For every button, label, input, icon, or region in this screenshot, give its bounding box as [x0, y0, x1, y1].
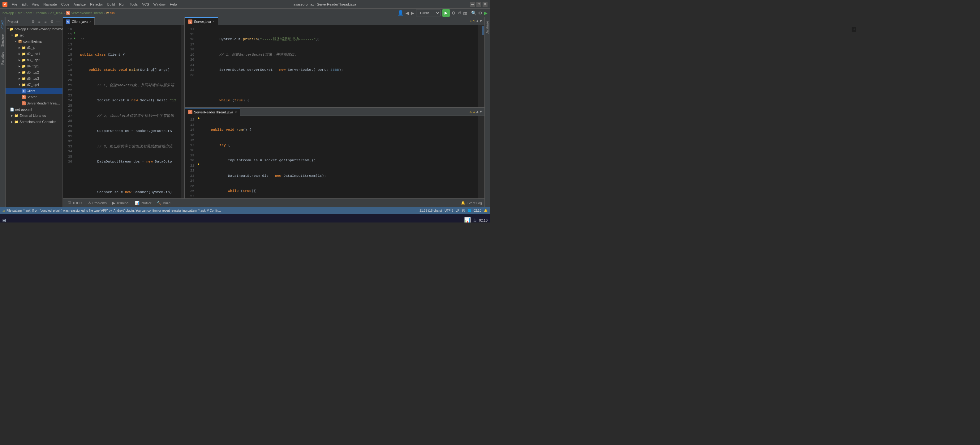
server-warning-count: 1: [473, 19, 475, 23]
left-side-tab-strip: Project Structure Favorites: [0, 17, 6, 207]
build-icon[interactable]: ⚙: [452, 11, 456, 16]
terminal-tab[interactable]: ▶ Terminal: [110, 199, 132, 207]
client-tab-close[interactable]: ×: [89, 19, 91, 24]
tree-d5tcp2[interactable]: ▶ 📁 d5_tcp2: [6, 69, 62, 75]
tree-d2upd1[interactable]: ▶ 📁 d2_upd1: [6, 51, 62, 57]
tree-external-libs[interactable]: ▶ 📁 External Libraries: [6, 112, 62, 119]
menu-vcs[interactable]: VCS: [140, 2, 151, 7]
terminal-icon: ▶: [112, 201, 115, 205]
tree-d3udp2[interactable]: ▶ 📁 d3_udp2: [6, 57, 62, 63]
start-icon[interactable]: ⊞: [3, 217, 6, 223]
pkg-arrow: ▼: [14, 39, 18, 44]
tree-scratches[interactable]: ▶ 📁 Scratches and Consoles: [6, 119, 62, 125]
menu-help[interactable]: Help: [168, 2, 179, 7]
d5-label: d5_tcp2: [27, 70, 39, 74]
run-button[interactable]: ▶: [442, 9, 450, 17]
update-icon[interactable]: ↺: [458, 11, 461, 16]
sr-scrollbar[interactable]: [478, 116, 481, 198]
favorites-side-label[interactable]: Favorites: [0, 49, 5, 67]
tree-d4tcp1[interactable]: ▶ 📁 d4_tcp1: [6, 63, 62, 69]
back-icon[interactable]: ◀: [406, 11, 409, 16]
menu-tools[interactable]: Tools: [128, 2, 140, 7]
sr-tab[interactable]: C ServerReaderThread.java ×: [185, 108, 240, 116]
panel-expand-icon[interactable]: ≡: [37, 19, 42, 24]
sr-warning-nav-dn[interactable]: ▼: [480, 110, 482, 114]
menu-window[interactable]: Window: [151, 2, 167, 7]
server-warning-nav-dn[interactable]: ▼: [480, 19, 482, 24]
more-actions-icon[interactable]: ▦: [463, 11, 467, 16]
close-button[interactable]: ×: [482, 2, 487, 7]
menu-analyze[interactable]: Analyze: [72, 2, 88, 7]
left-line-numbers: 10 11 12 13 14 15 16 17 18 19 20 21 22 2…: [63, 25, 74, 198]
d4-icon: 📁: [22, 64, 26, 68]
menu-build[interactable]: Build: [105, 2, 117, 7]
breadcrumb-itheima[interactable]: itheima: [36, 11, 47, 15]
tree-netappiml[interactable]: 📄 net-app.iml: [6, 106, 62, 112]
status-bar: ⚠ File pattern '*.apk' (from 'bundled' p…: [0, 207, 490, 214]
build-tab[interactable]: 🔨 Build: [154, 199, 173, 207]
server-code-text: System.out.println("-----服务端启动成功-------"…: [201, 25, 478, 107]
panel-gear-icon[interactable]: ⚙: [30, 19, 36, 24]
tree-server[interactable]: C Server: [6, 94, 62, 100]
left-pane-tabs: C Client.java × ✓: [63, 17, 185, 25]
tree-d7tcp4[interactable]: ▼ 📁 d7_tcp4: [6, 82, 62, 88]
breadcrumb-com[interactable]: com: [25, 11, 32, 15]
server-warning-nav-up[interactable]: ▲: [476, 19, 479, 24]
forward-icon[interactable]: ▶: [411, 11, 414, 16]
breadcrumb-run[interactable]: run: [110, 11, 115, 15]
breadcrumb-netapp[interactable]: net-app: [3, 11, 14, 15]
run-config-dropdown[interactable]: Client Server: [416, 10, 441, 16]
event-log-icon: 🔔: [461, 201, 465, 205]
todo-tab[interactable]: ☑ TODO: [65, 199, 85, 207]
menu-code[interactable]: Code: [59, 2, 71, 7]
server-tab[interactable]: C Server.java ×: [185, 17, 218, 25]
tree-root[interactable]: ▼ 📁 net-app D:\code\javasepromax\n: [6, 26, 62, 32]
run-toolbar-icon[interactable]: ▶: [484, 11, 487, 16]
problems-tab[interactable]: ⚠ Problems: [85, 199, 109, 207]
profile-icon[interactable]: 👤: [398, 10, 404, 16]
left-scrollbar[interactable]: [181, 25, 185, 198]
tree-d1ip[interactable]: ▶ 📁 d1_ip: [6, 44, 62, 51]
tree-src[interactable]: ▼ 📁 src: [6, 32, 62, 38]
search-icon[interactable]: 🔍: [471, 11, 476, 16]
tree-d6tcp3[interactable]: ▶ 📁 d6_tcp3: [6, 75, 62, 82]
tree-com-itheima[interactable]: ▼ 📦 com.itheima: [6, 38, 62, 44]
maximize-button[interactable]: □: [476, 2, 481, 7]
d7-icon: 📁: [22, 82, 26, 87]
panel-collapse-icon[interactable]: ≡: [43, 19, 48, 24]
todo-label: TODO: [72, 201, 82, 205]
status-message: File pattern '*.apk' (from 'bundled' plu…: [6, 209, 223, 212]
profiler-tab[interactable]: 📊 Profiler: [132, 199, 154, 207]
settings-icon[interactable]: ⚙: [478, 11, 482, 16]
project-side-label[interactable]: Project: [0, 17, 5, 32]
sr-tab-close[interactable]: ×: [235, 110, 237, 114]
right-panes: C Server.java × ⚠ 1 ▲ ▼: [185, 17, 484, 198]
panel-settings-icon[interactable]: ⚙: [49, 19, 54, 24]
server-tab-close[interactable]: ×: [213, 19, 215, 24]
menu-navigate[interactable]: Navigate: [41, 2, 59, 7]
breadcrumb-serverreader[interactable]: ServerReaderThread: [71, 11, 103, 15]
menu-file[interactable]: File: [10, 2, 19, 7]
client-tab[interactable]: C Client.java ×: [63, 17, 95, 25]
status-notify: 🔔: [484, 209, 487, 212]
menu-refactor[interactable]: Refactor: [88, 2, 105, 7]
pptx-icon[interactable]: 📊: [464, 217, 471, 223]
server-java-icon: C: [22, 95, 25, 99]
menu-edit[interactable]: Edit: [20, 2, 29, 7]
database-side-label[interactable]: Database: [485, 19, 490, 37]
menu-view[interactable]: View: [30, 2, 41, 7]
panel-close-icon[interactable]: —: [55, 19, 60, 24]
breadcrumb-src[interactable]: src: [18, 11, 22, 15]
java-app-icon[interactable]: ☕: [473, 217, 477, 223]
tree-client[interactable]: C Client: [6, 88, 62, 94]
problems-icon: ⚠: [88, 201, 91, 205]
minimize-button[interactable]: —: [470, 2, 475, 7]
event-log-label[interactable]: Event Log: [466, 201, 482, 205]
tree-serverreader[interactable]: C ServerReaderThrea…: [6, 100, 62, 106]
server-scrollbar[interactable]: [478, 25, 481, 107]
event-log-area: 🔔 Event Log: [461, 201, 482, 205]
sr-warning-nav-up[interactable]: ▲: [476, 110, 479, 114]
breadcrumb-d7tcp4[interactable]: d7_tcp4: [51, 11, 62, 15]
structure-side-label[interactable]: Structure: [0, 32, 5, 49]
menu-run[interactable]: Run: [117, 2, 127, 7]
